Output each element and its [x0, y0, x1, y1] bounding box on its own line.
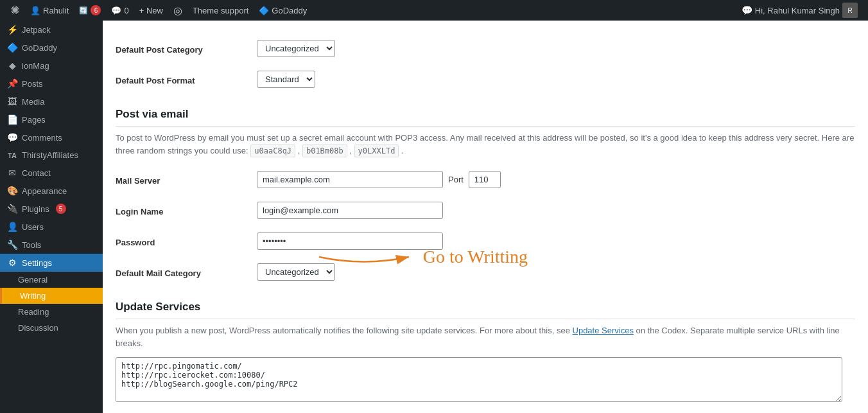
sidebar-item-media[interactable]: 🖼 Media: [0, 92, 103, 110]
pages-icon: 📄: [6, 114, 18, 125]
post-via-email-desc: To post to WordPress by email you must s…: [116, 132, 855, 157]
sidebar: ⚡ Jetpack 🔷 GoDaddy ◆ ionMag 📌 Posts 🖼 M…: [0, 21, 103, 413]
port-input[interactable]: [469, 171, 501, 188]
sidebar-label-jetpack: Jetpack: [22, 25, 51, 35]
login-name-label: Login Name: [116, 207, 163, 216]
site-name-icon: 👤: [30, 6, 40, 15]
updates-icon-item[interactable]: 🔄 6: [74, 0, 106, 21]
sidebar-item-comments[interactable]: 💬 Comments: [0, 128, 103, 146]
sidebar-sub-reading[interactable]: Reading: [0, 304, 103, 320]
sidebar-label-tools: Tools: [22, 240, 41, 250]
default-post-category-label: Default Post Category: [116, 45, 203, 55]
greeting-text: Hi, Rahul Kumar Singh: [755, 6, 840, 15]
wp-logo[interactable]: ✺: [5, 0, 25, 21]
sidebar-label-plugins: Plugins: [22, 204, 49, 214]
sidebar-item-jetpack[interactable]: ⚡ Jetpack: [0, 21, 103, 39]
ionmag-icon: ◆: [6, 60, 18, 71]
comments-icon: 💬: [111, 6, 121, 15]
wp-logo-right[interactable]: ◎: [168, 0, 187, 21]
user-greeting[interactable]: 💬 Hi, Rahul Kumar Singh R: [736, 3, 863, 18]
site-name-label: Rahulit: [43, 6, 69, 15]
sidebar-sub-general[interactable]: General: [0, 272, 103, 288]
sidebar-label-appearance: Appearance: [22, 186, 67, 196]
sidebar-item-godaddy[interactable]: 🔷 GoDaddy: [0, 39, 103, 57]
update-services-desc: When you publish a new post, WordPress a…: [116, 324, 855, 349]
godaddy-top[interactable]: 🔷 GoDaddy: [254, 0, 312, 21]
writing-label: Writing: [20, 291, 46, 301]
code2: b01Bm08b: [302, 145, 347, 157]
new-item[interactable]: + New: [134, 0, 168, 21]
sidebar-item-settings[interactable]: ⚙ Settings: [0, 254, 103, 272]
port-label: Port: [448, 175, 464, 184]
updates-icon: 🔄: [79, 6, 88, 15]
sidebar-sub-writing[interactable]: Writing: [0, 288, 103, 304]
sidebar-label-pages: Pages: [22, 115, 46, 125]
comments-count: 0: [124, 6, 128, 15]
sidebar-item-pages[interactable]: 📄 Pages: [0, 110, 103, 128]
updates-badge: 6: [91, 5, 101, 15]
sidebar-label-media: Media: [22, 97, 44, 107]
godaddy-label: GoDaddy: [272, 6, 307, 15]
settings-icon: ⚙: [6, 258, 18, 268]
sidebar-label-contact: Contact: [22, 168, 51, 178]
contact-icon: ✉: [6, 168, 18, 178]
sidebar-label-comments: Comments: [22, 133, 62, 143]
sidebar-item-appearance[interactable]: 🎨 Appearance: [0, 182, 103, 200]
default-post-format-select[interactable]: Standard: [257, 71, 315, 88]
sidebar-label-godaddy: GoDaddy: [22, 43, 57, 53]
plugins-badge: 5: [56, 204, 66, 214]
sidebar-item-users[interactable]: 👤 Users: [0, 218, 103, 236]
mail-server-label: Mail Server: [116, 176, 160, 186]
general-label: General: [18, 275, 48, 285]
jetpack-icon: ⚡: [6, 24, 18, 35]
discussion-label: Discussion: [18, 323, 58, 333]
wp-logo-icon: ◎: [173, 4, 182, 17]
plugins-icon: 🔌: [6, 204, 18, 214]
reading-label: Reading: [18, 307, 49, 317]
sidebar-item-ionmag[interactable]: ◆ ionMag: [0, 57, 103, 75]
default-mail-category-label: Default Mail Category: [116, 268, 201, 278]
theme-support-label: Theme support: [193, 6, 248, 15]
appearance-icon: 🎨: [6, 186, 18, 196]
chat-icon: 💬: [742, 5, 752, 15]
theme-support[interactable]: Theme support: [187, 0, 254, 21]
comments-sidebar-icon: 💬: [6, 132, 18, 143]
password-input[interactable]: [257, 233, 443, 250]
login-name-input[interactable]: [257, 202, 443, 219]
sidebar-label-ionmag: ionMag: [22, 61, 49, 71]
tools-icon: 🔧: [6, 240, 18, 250]
top-bar: ✺ 👤 Rahulit 🔄 6 💬 0 + New ◎ Theme suppor…: [0, 0, 868, 21]
posts-icon: 📌: [6, 78, 18, 89]
sidebar-label-ta: ThirstyAffiliates: [22, 150, 78, 160]
avatar: R: [842, 3, 858, 18]
godaddy-icon: 🔷: [259, 6, 269, 15]
sidebar-item-contact[interactable]: ✉ Contact: [0, 164, 103, 182]
site-name[interactable]: 👤 Rahulit: [25, 0, 74, 21]
sidebar-sub-discussion[interactable]: Discussion: [0, 320, 103, 336]
sidebar-item-thirstyaffiliates[interactable]: TA ThirstyAffiliates: [0, 146, 103, 164]
main-content: Default Post Category Uncategorized Defa…: [103, 21, 868, 413]
sidebar-label-users: Users: [22, 222, 44, 232]
default-post-category-select[interactable]: Uncategorized: [257, 40, 335, 57]
post-via-email-title: Post via email: [116, 108, 855, 127]
users-icon: 👤: [6, 222, 18, 232]
code3: y0LXXLTd: [354, 145, 399, 157]
update-services-textarea-container: [116, 357, 855, 404]
wp-icon: ✺: [10, 3, 20, 17]
sidebar-item-tools[interactable]: 🔧 Tools: [0, 236, 103, 254]
update-services-textarea[interactable]: [116, 357, 842, 402]
sidebar-item-posts[interactable]: 📌 Posts: [0, 75, 103, 92]
default-mail-category-select[interactable]: Uncategorized: [257, 263, 335, 281]
new-label: + New: [139, 6, 163, 15]
update-services-title: Update Services: [116, 301, 855, 319]
media-icon: 🖼: [6, 96, 18, 107]
code1: u0aaC8qJ: [250, 145, 295, 157]
godaddy-sidebar-icon: 🔷: [6, 42, 18, 53]
default-post-format-label: Default Post Format: [116, 76, 195, 85]
update-services-link[interactable]: Update Services: [573, 326, 634, 335]
sidebar-item-plugins[interactable]: 🔌 Plugins 5: [0, 200, 103, 218]
password-label: Password: [116, 238, 155, 247]
mail-server-input[interactable]: [257, 171, 443, 188]
sidebar-label-posts: Posts: [22, 79, 43, 89]
comments-item[interactable]: 💬 0: [106, 0, 134, 21]
